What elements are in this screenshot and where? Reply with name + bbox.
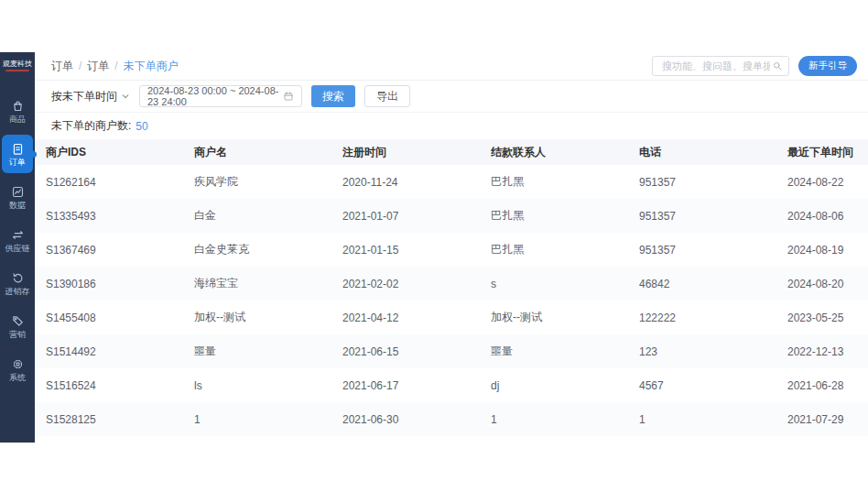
table-cell: 46842 [628,278,776,290]
table-cell: 白金 [183,208,331,224]
sidebar-item-label: 进销存 [5,288,30,296]
breadcrumb-separator: / [79,60,81,72]
logo-underline [5,70,29,71]
sidebar-item-system[interactable]: 系统 [0,350,35,388]
table-row: S1455408加权--测试2021-04-12加权--测试1222222023… [35,301,868,334]
table-cell: 2020-11-24 [331,176,480,189]
table-cell: 噩量 [183,344,331,359]
table-cell: 2021-02-02 [331,278,480,290]
app-logo: 观麦科技 [3,60,32,68]
breadcrumb-item[interactable]: 订单 [51,59,73,74]
table-cell: 2024-08-19 [776,244,868,257]
chevron-down-icon [121,92,130,101]
sidebar-item-orders[interactable]: 订单 [2,135,33,173]
table-body: S1262164疾风学院2020-11-24巴扎黑9513572024-08-2… [35,165,868,436]
global-search-box[interactable] [652,56,789,76]
breadcrumb: 订单/订单/未下单商户 [51,59,179,74]
table-cell: 白金史莱克 [183,242,331,257]
table-cell: 加权--测试 [183,310,331,325]
table-cell: 2021-01-15 [331,244,480,257]
table-cell: 2023-05-25 [776,312,868,324]
time-field-label: 按未下单时间 [51,89,117,104]
table-cell: 2024-08-06 [776,210,868,223]
app-window: 观麦科技 商品订单数据供应链进销存营销系统 订单/订单/未下单商户 新手引导 按… [0,52,868,443]
sidebar-item-marketing[interactable]: 营销 [0,307,35,345]
filter-row: 按未下单时间 2024-08-23 00:00 ~ 2024-08-23 24:… [35,81,868,112]
merchant-table: 商户IDS商户名注册时间结款联系人电话最近下单时间 S1262164疾风学院20… [35,139,868,443]
table-cell: 122222 [628,312,776,324]
table-cell: 123 [628,345,776,358]
table-row: S1516524ls2021-06-17dj45672021-06-28 [35,368,868,402]
order-doc-icon [11,142,25,156]
column-header: 结款联系人 [480,145,628,160]
table-cell: 2021-06-28 [776,379,868,392]
table-cell: S1390186 [35,278,183,290]
table-cell: S1455408 [35,312,183,324]
table-cell: 951357 [628,244,776,257]
search-icon[interactable] [772,60,783,71]
sidebar-item-label: 商品 [9,115,26,124]
main-content: 订单/订单/未下单商户 新手引导 按未下单时间 2024-08- [35,52,868,443]
sidebar: 观麦科技 商品订单数据供应链进销存营销系统 [0,52,35,443]
topbar-right: 新手引导 [652,56,857,76]
sidebar-item-goods[interactable]: 商品 [0,92,35,130]
date-range-input[interactable]: 2024-08-23 00:00 ~ 2024-08-23 24:00 [139,85,302,107]
table-cell: ls [183,379,331,392]
table-cell: s [480,278,628,290]
table-row: S1514492噩量2021-06-15噩量1232022-12-13 [35,334,868,368]
table-cell: 1 [628,413,776,426]
column-header: 最近下单时间 [776,145,868,160]
global-search-input[interactable] [660,60,772,72]
inventory-cycle-icon [11,271,25,285]
system-gear-icon [11,357,25,371]
table-cell: 2024-08-20 [776,278,868,290]
table-header: 商户IDS商户名注册时间结款联系人电话最近下单时间 [35,139,868,165]
table-cell: 2021-04-12 [331,312,480,324]
table-cell: 2021-06-15 [331,345,480,358]
time-field-select[interactable]: 按未下单时间 [51,89,130,104]
breadcrumb-separator: / [114,60,117,72]
merchant-count: 50 [136,120,147,133]
table-cell: 2021-06-30 [331,413,480,426]
table-cell: 2021-06-17 [331,379,480,392]
table-cell: 噩量 [480,344,628,359]
table-row: S152812512021-06-30112021-07-29 [35,402,868,436]
table-row: S1367469白金史莱克2021-01-15巴扎黑9513572024-08-… [35,233,868,267]
search-button[interactable]: 搜索 [311,85,355,107]
table-cell: S1262164 [35,176,183,189]
export-button[interactable]: 导出 [364,85,410,107]
table-cell: 2022-12-13 [776,345,868,358]
summary-row: 未下单的商户数: 50 [35,112,868,139]
table-row: S1262164疾风学院2020-11-24巴扎黑9513572024-08-2… [35,165,868,199]
newbie-guide-button[interactable]: 新手引导 [798,56,857,76]
table-cell: S1528125 [35,413,183,426]
sidebar-item-label: 数据 [9,202,26,210]
table-cell: 巴扎黑 [480,174,628,190]
topbar: 订单/订单/未下单商户 新手引导 [35,52,868,81]
marketing-tag-icon [11,314,25,328]
table-cell: 4567 [628,379,776,392]
breadcrumb-item: 未下单商户 [124,59,179,74]
sidebar-item-data[interactable]: 数据 [0,178,35,216]
table-cell: 1 [480,413,628,426]
table-row: S1390186海绵宝宝2021-02-02s468422024-08-20 [35,267,868,301]
table-cell: 2021-07-29 [776,413,868,426]
column-header: 注册时间 [331,145,480,160]
table-cell: 1 [183,413,331,426]
breadcrumb-item[interactable]: 订单 [87,59,109,74]
table-cell: 加权--测试 [480,310,628,325]
table-row: S1335493白金2021-01-07巴扎黑9513572024-08-06 [35,199,868,233]
table-cell: 海绵宝宝 [183,276,331,291]
table-cell: 951357 [628,176,776,189]
sidebar-item-label: 供应链 [5,245,30,253]
sidebar-item-inventory[interactable]: 进销存 [0,264,35,302]
supply-chain-icon [11,228,25,242]
sidebar-item-label: 系统 [9,374,26,382]
sidebar-item-supply-chain[interactable]: 供应链 [0,221,35,259]
goods-bag-icon [11,99,25,113]
table-cell: S1514492 [35,345,183,358]
table-cell: S1335493 [35,210,183,223]
sidebar-item-label: 订单 [9,159,26,167]
data-chart-icon [11,185,25,199]
table-cell: S1516524 [35,379,183,392]
